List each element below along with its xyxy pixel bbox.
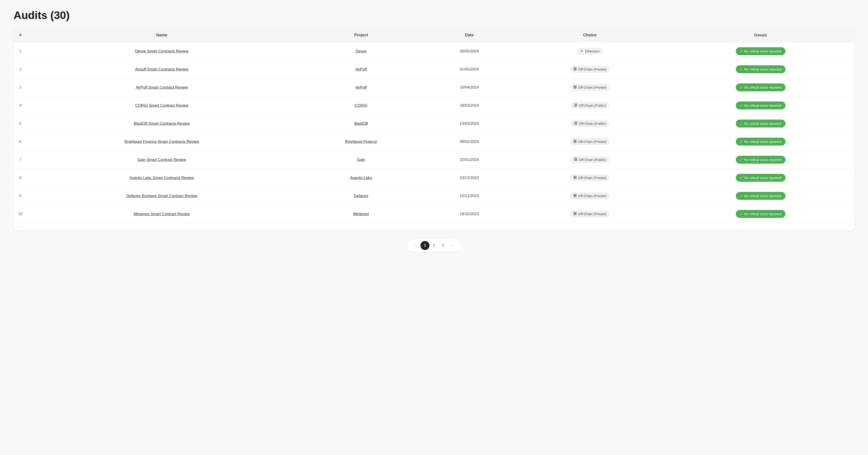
page-1-button[interactable]: 1 bbox=[421, 241, 430, 250]
issue-badge-7: ✓ No critical issue reported bbox=[736, 156, 785, 164]
table-row: 1 Devve Smart Contracts Review Devve 30/… bbox=[13, 42, 855, 60]
project-link-10[interactable]: Minterest bbox=[353, 212, 369, 216]
scroll-left-icon: ‹ bbox=[17, 225, 18, 228]
issue-badge-2: ✓ No critical issue reported bbox=[736, 65, 785, 73]
project-link-8[interactable]: Avantis Labs bbox=[350, 176, 372, 180]
project-link-3[interactable]: AirPuff bbox=[355, 85, 367, 90]
project-link-1[interactable]: Devve bbox=[355, 49, 366, 53]
row-name-2[interactable]: Airpuff Smart Contracts Review bbox=[27, 60, 296, 79]
audit-link-7[interactable]: Gain Smart Contract Review bbox=[137, 157, 186, 162]
project-link-9[interactable]: Defactor bbox=[354, 194, 368, 198]
chain-badge-10: Off-Chain (Private) bbox=[570, 210, 610, 217]
row-project-7[interactable]: Gain bbox=[296, 151, 426, 169]
svg-rect-30 bbox=[575, 142, 576, 142]
row-issue-4: ✓ No critical issue reported bbox=[667, 96, 855, 115]
next-page-button[interactable]: › bbox=[447, 241, 457, 250]
row-num-8: 8 bbox=[13, 169, 27, 187]
row-date-8: 23/12/2023 bbox=[426, 169, 513, 187]
chain-badge-1: Ethereum bbox=[577, 48, 603, 55]
check-icon-6: ✓ bbox=[740, 140, 743, 144]
svg-rect-45 bbox=[575, 196, 576, 196]
svg-rect-8 bbox=[575, 68, 576, 69]
check-icon-7: ✓ bbox=[740, 157, 743, 162]
issue-badge-8: ✓ No critical issue reported bbox=[736, 174, 785, 182]
project-link-2[interactable]: AirPuff bbox=[355, 67, 367, 71]
pagination-container: ‹ 1 2 3 › bbox=[407, 239, 461, 252]
row-name-8[interactable]: Avantis Labs Smart Contracts Review bbox=[27, 169, 296, 187]
row-name-4[interactable]: CORGI Smart Contract Review bbox=[27, 96, 296, 115]
table-row: 2 Airpuff Smart Contracts Review AirPuff… bbox=[13, 60, 855, 79]
check-icon-8: ✓ bbox=[740, 176, 743, 180]
project-link-4[interactable]: CORGI bbox=[355, 103, 367, 108]
row-issue-7: ✓ No critical issue reported bbox=[667, 151, 855, 169]
audit-link-4[interactable]: CORGI Smart Contract Review bbox=[135, 103, 188, 108]
row-chain-8: Off-Chain (Private) bbox=[513, 169, 667, 187]
chain-icon-10 bbox=[573, 212, 577, 216]
row-project-5[interactable]: BlastOff bbox=[296, 115, 426, 133]
prev-page-button[interactable]: ‹ bbox=[411, 241, 421, 250]
check-icon-9: ✓ bbox=[740, 194, 743, 198]
project-link-7[interactable]: Gain bbox=[357, 157, 365, 162]
check-icon-10: ✓ bbox=[740, 212, 743, 216]
row-num-7: 7 bbox=[13, 151, 27, 169]
row-name-3[interactable]: AirPuff Smart Contract Review bbox=[27, 79, 296, 96]
row-chain-5: Off-Chain (Public) bbox=[513, 115, 667, 133]
check-icon-4: ✓ bbox=[740, 103, 743, 108]
audit-link-5[interactable]: BlastOff Smart Contracts Review bbox=[134, 121, 190, 126]
row-project-10[interactable]: Minterest bbox=[296, 205, 426, 223]
chain-badge-3: Off-Chain (Private) bbox=[570, 84, 610, 91]
table-row: 10 Minterest Smart Contract Review Minte… bbox=[13, 205, 855, 223]
row-name-1[interactable]: Devve Smart Contracts Review bbox=[27, 42, 296, 60]
row-project-1[interactable]: Devve bbox=[296, 42, 426, 60]
row-date-1: 30/05/2024 bbox=[426, 42, 513, 60]
audit-link-10[interactable]: Minterest Smart Contract Review bbox=[133, 212, 190, 216]
row-name-5[interactable]: BlastOff Smart Contracts Review bbox=[27, 115, 296, 133]
row-name-10[interactable]: Minterest Smart Contract Review bbox=[27, 205, 296, 223]
table-row: 7 Gain Smart Contract Review Gain 22/01/… bbox=[13, 151, 855, 169]
row-num-9: 9 bbox=[13, 187, 27, 205]
row-issue-2: ✓ No critical issue reported bbox=[667, 60, 855, 79]
audit-link-3[interactable]: AirPuff Smart Contract Review bbox=[136, 85, 188, 90]
row-name-9[interactable]: Defactor Buyback Smart Contract Review bbox=[27, 187, 296, 205]
audit-link-9[interactable]: Defactor Buyback Smart Contract Review bbox=[126, 194, 197, 198]
svg-rect-43 bbox=[575, 195, 576, 195]
table-row: 3 AirPuff Smart Contract Review AirPuff … bbox=[13, 79, 855, 96]
page-2-button[interactable]: 2 bbox=[430, 241, 438, 250]
audit-link-6[interactable]: Brightpool Finance Smart Contracts Revie… bbox=[125, 140, 199, 144]
row-issue-3: ✓ No critical issue reported bbox=[667, 79, 855, 96]
row-name-6[interactable]: Brightpool Finance Smart Contracts Revie… bbox=[27, 133, 296, 151]
row-issue-5: ✓ No critical issue reported bbox=[667, 115, 855, 133]
row-chain-7: Off-Chain (Public) bbox=[513, 151, 667, 169]
svg-rect-37 bbox=[575, 177, 575, 177]
row-chain-4: Off-Chain (Public) bbox=[513, 96, 667, 115]
row-date-10: 18/10/2023 bbox=[426, 205, 513, 223]
row-num-1: 1 bbox=[13, 42, 27, 60]
row-project-6[interactable]: Brightpool Finance bbox=[296, 133, 426, 151]
project-link-6[interactable]: Brightpool Finance bbox=[345, 140, 377, 144]
row-date-9: 15/11/2023 bbox=[426, 187, 513, 205]
audit-link-8[interactable]: Avantis Labs Smart Contracts Review bbox=[129, 176, 194, 180]
audits-table: # Name Project Date Chains Issues 1 Devv… bbox=[13, 28, 855, 230]
audit-link-1[interactable]: Devve Smart Contracts Review bbox=[135, 49, 188, 53]
row-project-8[interactable]: Avantis Labs bbox=[296, 169, 426, 187]
col-header-date: Date bbox=[426, 28, 513, 42]
check-icon-1: ✓ bbox=[740, 49, 743, 53]
row-project-2[interactable]: AirPuff bbox=[296, 60, 426, 79]
svg-rect-49 bbox=[575, 214, 575, 214]
row-project-3[interactable]: AirPuff bbox=[296, 79, 426, 96]
row-name-7[interactable]: Gain Smart Contract Review bbox=[27, 151, 296, 169]
table-row: 4 CORGI Smart Contract Review CORGI 28/0… bbox=[13, 96, 855, 115]
page-3-button[interactable]: 3 bbox=[438, 241, 447, 250]
row-num-5: 5 bbox=[13, 115, 27, 133]
row-project-9[interactable]: Defactor bbox=[296, 187, 426, 205]
col-header-chains: Chains bbox=[513, 28, 667, 42]
audit-link-2[interactable]: Airpuff Smart Contracts Review bbox=[135, 67, 188, 71]
row-chain-6: Off-Chain (Private) bbox=[513, 133, 667, 151]
row-date-5: 14/03/2024 bbox=[426, 115, 513, 133]
svg-rect-40 bbox=[575, 178, 576, 178]
chain-badge-4: Off-Chain (Public) bbox=[571, 102, 609, 109]
row-project-4[interactable]: CORGI bbox=[296, 96, 426, 115]
project-link-5[interactable]: BlastOff bbox=[354, 121, 368, 126]
chain-icon-6 bbox=[573, 140, 577, 144]
table-row: 8 Avantis Labs Smart Contracts Review Av… bbox=[13, 169, 855, 187]
